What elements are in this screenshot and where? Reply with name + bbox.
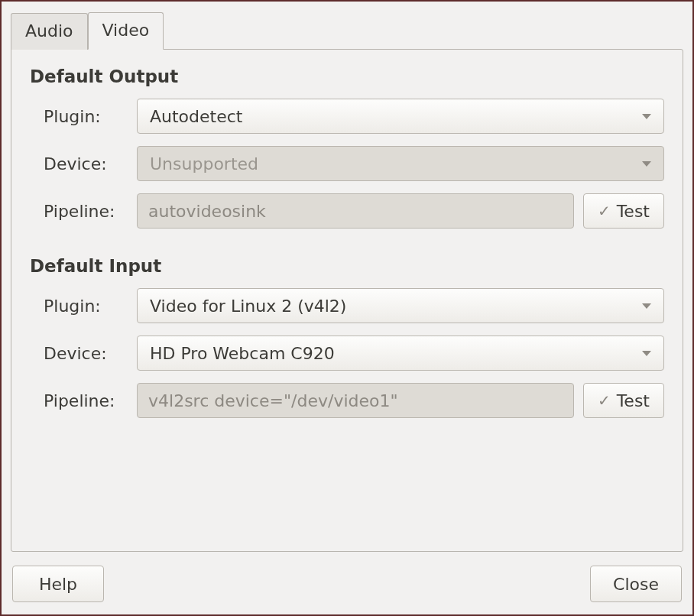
dialog-footer: Help Close bbox=[2, 566, 692, 614]
input-test-label: Test bbox=[617, 391, 650, 410]
section-default-output: Default Output Plugin: Autodetect Device… bbox=[30, 66, 664, 229]
input-plugin-row: Plugin: Video for Linux 2 (v4l2) bbox=[30, 288, 664, 323]
chevron-down-icon bbox=[642, 161, 651, 167]
output-plugin-value: Autodetect bbox=[150, 107, 636, 126]
tab-content-video: Default Output Plugin: Autodetect Device… bbox=[11, 49, 683, 552]
output-pipeline-entry[interactable]: autovideosink bbox=[137, 193, 574, 229]
chevron-down-icon bbox=[642, 114, 651, 119]
output-plugin-row: Plugin: Autodetect bbox=[30, 99, 664, 134]
input-device-label: Device: bbox=[30, 344, 137, 363]
output-test-button[interactable]: ✓ Test bbox=[583, 193, 664, 229]
output-device-label: Device: bbox=[30, 154, 137, 173]
input-device-combo[interactable]: HD Pro Webcam C920 bbox=[137, 336, 664, 371]
check-icon: ✓ bbox=[598, 391, 611, 410]
settings-dialog: Audio Video Default Output Plugin: Autod… bbox=[0, 0, 694, 616]
help-button[interactable]: Help bbox=[12, 566, 104, 602]
check-icon: ✓ bbox=[598, 202, 611, 220]
output-device-row: Device: Unsupported bbox=[30, 146, 664, 181]
output-plugin-label: Plugin: bbox=[30, 107, 137, 126]
input-pipeline-row: Pipeline: v4l2src device="/dev/video1" ✓… bbox=[30, 383, 664, 418]
input-pipeline-value: v4l2src device="/dev/video1" bbox=[148, 391, 398, 410]
input-pipeline-label: Pipeline: bbox=[30, 391, 137, 410]
chevron-down-icon bbox=[642, 303, 651, 309]
input-test-button[interactable]: ✓ Test bbox=[583, 383, 664, 418]
input-device-value: HD Pro Webcam C920 bbox=[150, 344, 636, 363]
output-plugin-combo[interactable]: Autodetect bbox=[137, 99, 664, 134]
output-pipeline-row: Pipeline: autovideosink ✓ Test bbox=[30, 193, 664, 229]
input-plugin-value: Video for Linux 2 (v4l2) bbox=[150, 297, 636, 316]
help-label: Help bbox=[39, 575, 77, 594]
input-plugin-combo[interactable]: Video for Linux 2 (v4l2) bbox=[137, 288, 664, 323]
tab-video[interactable]: Video bbox=[88, 12, 164, 50]
input-plugin-label: Plugin: bbox=[30, 297, 137, 316]
tab-strip: Audio Video bbox=[2, 2, 692, 49]
input-section-title: Default Input bbox=[30, 256, 664, 276]
chevron-down-icon bbox=[642, 351, 651, 356]
close-label: Close bbox=[613, 575, 659, 594]
close-button[interactable]: Close bbox=[590, 566, 682, 602]
section-default-input: Default Input Plugin: Video for Linux 2 … bbox=[30, 256, 664, 418]
output-device-value: Unsupported bbox=[150, 154, 636, 173]
input-pipeline-entry[interactable]: v4l2src device="/dev/video1" bbox=[137, 383, 574, 418]
input-device-row: Device: HD Pro Webcam C920 bbox=[30, 336, 664, 371]
output-pipeline-label: Pipeline: bbox=[30, 202, 137, 221]
output-test-label: Test bbox=[617, 202, 650, 221]
tab-audio[interactable]: Audio bbox=[11, 13, 88, 50]
output-pipeline-value: autovideosink bbox=[148, 202, 266, 221]
output-section-title: Default Output bbox=[30, 66, 664, 86]
output-device-combo: Unsupported bbox=[137, 146, 664, 181]
